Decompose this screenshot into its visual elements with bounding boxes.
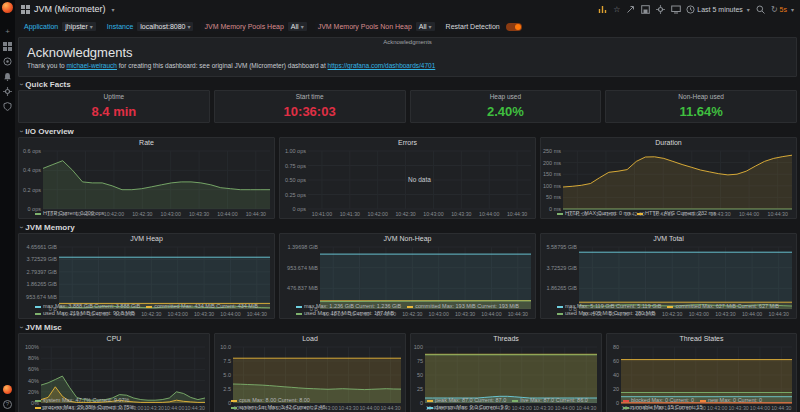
settings-gear-icon[interactable] (656, 5, 665, 14)
svg-text:1.86265 GiB: 1.86265 GiB (546, 285, 577, 291)
legend-item[interactable]: committed Max: 434 MiB Current: 434 MiB (146, 303, 258, 310)
legend-item[interactable]: max Max: 3.888 GiB Current: 3.888 GiB (35, 303, 140, 310)
dashboards-icon[interactable] (3, 42, 12, 51)
panel-title[interactable]: Uptime (104, 93, 125, 100)
panel-title[interactable]: JVM Total (541, 234, 796, 244)
row-jvm-misc[interactable]: › JVM Misc (18, 322, 797, 333)
panel-cpu: CPU 0%20%40%60%80%100%10:41:0010:41:3010… (18, 333, 210, 412)
chevron-down-icon[interactable]: ▾ (112, 6, 115, 13)
refresh-picker[interactable]: ↻ 5s ▾ (771, 5, 794, 14)
panel-title[interactable]: Non-Heap used (678, 93, 724, 100)
variable-instance[interactable]: Instance localhost:8080▾ (104, 22, 194, 31)
share-icon[interactable] (626, 5, 635, 14)
legend-item[interactable]: runnable Max: 15 Current: 15 (623, 404, 703, 411)
collapse-chevron-icon: › (18, 130, 25, 132)
save-icon[interactable] (641, 5, 650, 14)
jvm-heap-legend[interactable]: max Max: 3.888 GiB Current: 3.888 GiBcom… (19, 303, 274, 318)
legend-item[interactable]: used Max: 187 MiB Current: 187 MiB (296, 310, 394, 317)
variable-value-dropdown[interactable]: All▾ (288, 22, 307, 31)
panel-title[interactable]: JVM Heap (19, 234, 274, 244)
legend-swatch (296, 306, 302, 308)
panel-title[interactable]: JVM Non-Heap (280, 234, 535, 244)
rate-chart: 0 ops0.2 ops0.4 ops0.6 ops10:41:0010:41:… (19, 148, 274, 210)
star-icon[interactable]: ☆ (613, 5, 620, 14)
panel-title[interactable]: CPU (19, 334, 209, 344)
legend-item[interactable]: HTTP Current: 0.200 ops (35, 210, 104, 217)
legend-label: used Max: 187 MiB Current: 187 MiB (304, 310, 394, 316)
load-legend[interactable]: cpus Max: 8.00 Current: 8.00system-1m Ma… (215, 397, 405, 412)
user-avatar[interactable] (3, 385, 12, 394)
alerting-bell-icon[interactable] (3, 72, 12, 81)
row-jvm-memory[interactable]: › JVM Memory (18, 222, 797, 233)
legend-item[interactable]: daemon Max: 9.0 Current: 9.0 (427, 404, 508, 411)
add-panel-icon[interactable] (598, 5, 607, 14)
legend-item[interactable]: new Max: 0 Current: 0 (700, 397, 762, 404)
errors-legend[interactable] (280, 217, 535, 218)
panel-title[interactable]: Errors (280, 138, 535, 148)
author-link[interactable]: michael-weirauch (66, 62, 117, 69)
variable-value-dropdown[interactable]: jhipster▾ (62, 22, 96, 31)
help-icon[interactable]: ? (3, 400, 12, 409)
row-title: JVM Memory (25, 223, 74, 232)
panel-title[interactable]: Duration (541, 138, 796, 148)
panel-title[interactable]: Start time (296, 93, 324, 100)
cpu-legend[interactable]: system Max: 47.7% Current: 9.07%process … (19, 397, 209, 412)
acknowledgments-heading: Acknowledgments (27, 45, 788, 60)
variable-value-dropdown[interactable]: All▾ (416, 22, 435, 31)
row-quick-facts[interactable]: › Quick Facts (18, 79, 797, 90)
legend-item[interactable]: process Max: 29.38% Current: 0.75% (35, 404, 134, 411)
legend-item[interactable]: cpus Max: 8.00 Current: 8.00 (231, 397, 310, 404)
create-icon[interactable]: + (3, 27, 12, 36)
time-range-picker[interactable]: Last 5 minutes ▾ (686, 5, 750, 14)
dashboard-navbar: JVM (Micrometer) ▾ ☆ (15, 0, 800, 18)
variable-application[interactable]: Application jhipster▾ (21, 22, 96, 31)
legend-item[interactable]: system Max: 47.7% Current: 9.07% (35, 397, 130, 404)
legend-item[interactable]: max Max: 5.119 GiB Current: 5.119 GiB (557, 303, 661, 310)
server-admin-shield-icon[interactable] (3, 102, 12, 111)
panel-title[interactable]: Threads (411, 334, 601, 344)
panel-title[interactable]: Thread States (607, 334, 796, 344)
threads-legend[interactable]: peak Max: 87.0 Current: 87.0live Max: 87… (411, 397, 601, 412)
panel-title[interactable]: Load (215, 334, 405, 344)
legend-item[interactable]: blocked Max: 0 Current: 0 (623, 397, 694, 404)
variable-value-dropdown[interactable]: localhost:8080▾ (137, 22, 193, 31)
cycle-view-tv-icon[interactable] (671, 5, 680, 14)
original-dashboard-link[interactable]: https://grafana.com/dashboards/4701 (328, 62, 436, 69)
thread-states-legend[interactable]: blocked Max: 0 Current: 0new Max: 0 Curr… (607, 397, 796, 412)
variable-jvm-memory-pools-non-heap[interactable]: JVM Memory Pools Non Heap All▾ (315, 22, 435, 31)
explore-icon[interactable] (3, 57, 12, 66)
legend-item[interactable]: peak Max: 87.0 Current: 87.0 (427, 397, 506, 404)
stat-value: 8.4 min (91, 100, 136, 122)
svg-text:0.4 ops: 0.4 ops (23, 167, 41, 173)
grafana-logo[interactable] (2, 2, 13, 13)
legend-swatch (35, 400, 41, 402)
threads-chart: 025507510010:41:0010:41:3010:42:0010:42:… (411, 344, 601, 397)
dashboard-title[interactable]: JVM (Micrometer) (34, 4, 106, 14)
legend-item[interactable]: committed Max: 627 MiB Current: 627 MiB (667, 303, 779, 310)
jvm-non-heap-legend[interactable]: max Max: 1.236 GiB Current: 1.236 GiBcom… (280, 303, 535, 318)
svg-text:150 ms: 150 ms (543, 171, 561, 177)
variable-jvm-memory-pools-heap[interactable]: JVM Memory Pools Heap All▾ (201, 22, 306, 31)
rate-legend[interactable]: HTTP Current: 0.200 ops (19, 210, 274, 218)
legend-item[interactable]: HTTP - MAX Current: 0 ms (557, 210, 631, 217)
restart-detection-toggle[interactable] (506, 23, 522, 31)
legend-item[interactable]: used Max: 405 MiB Current: 280 MiB (557, 310, 655, 317)
legend-item[interactable]: system-1m Max: 3.42 Current: 2.48 (231, 404, 325, 411)
jvm-total-legend[interactable]: max Max: 5.119 GiB Current: 5.119 GiBcom… (541, 303, 796, 318)
legend-item[interactable]: used Max: 219 MiB Current: 90.8 MiB (35, 310, 135, 317)
row-io-overview[interactable]: › I/O Overview (18, 126, 797, 137)
variable-label: JVM Memory Pools Non Heap (315, 22, 415, 31)
panel-title[interactable]: Heap used (490, 93, 521, 100)
legend-swatch (557, 306, 563, 308)
panel-title[interactable]: Rate (19, 138, 274, 148)
template-variables-bar: Application jhipster▾ Instance localhost… (15, 18, 800, 35)
legend-item[interactable]: HTTP - AVG Current: 232 ms (637, 210, 716, 217)
legend-item[interactable]: max Max: 1.236 GiB Current: 1.236 GiB (296, 303, 401, 310)
panel-title[interactable]: Acknowledgments (19, 39, 796, 45)
zoom-out-icon[interactable] (756, 5, 765, 14)
legend-item[interactable]: live Max: 87.0 Current: 86.0 (512, 397, 588, 404)
svg-text:10:41:00: 10:41:00 (312, 211, 332, 217)
legend-item[interactable]: committed Max: 193 MiB Current: 193 MiB (407, 303, 519, 310)
configuration-gear-icon[interactable] (3, 87, 12, 96)
duration-legend[interactable]: HTTP - MAX Current: 0 msHTTP - AVG Curre… (541, 210, 796, 218)
